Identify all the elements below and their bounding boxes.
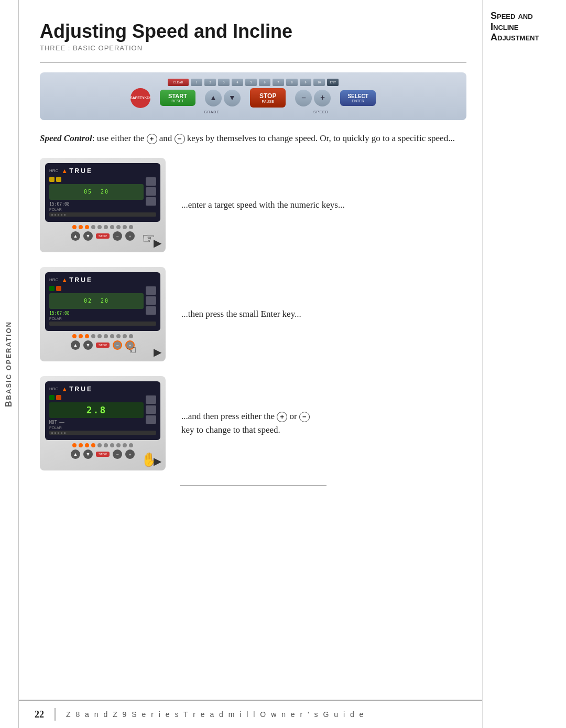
brand-label-3: ▲TRUE [61, 386, 93, 393]
stop-button: STOP PAUSE [250, 88, 286, 108]
device-display-1: 05 20 [49, 184, 144, 200]
device-panel-1: HRC ▲TRUE [45, 163, 160, 222]
step3-device-image: HRC ▲TRUE [40, 376, 166, 470]
footer-page-number: 22 [35, 709, 44, 720]
dev-minus-2: − [113, 340, 122, 350]
panel-buttons-row: SAFETY KEY START RESET ▲ ▼ STOP PAU [130, 88, 376, 108]
corner-arrow-3: ▶ [154, 455, 161, 467]
down-arrow-button: ▼ [224, 90, 241, 106]
device-controls-2: ▲ ▼ STOP − + [45, 340, 160, 350]
corner-arrow-2: ▶ [154, 346, 161, 358]
speed-buttons: − + [295, 90, 331, 106]
panel-key-4: 4 [232, 79, 243, 86]
step2-device-image: HRC ▲TRUE [40, 267, 166, 361]
right-sidebar: Speed and Incline Adjustment [482, 0, 566, 728]
panel-labels: GRADE SPEED [178, 110, 329, 114]
sidebar-label: BBasic Operation [4, 321, 14, 407]
panel-top-keys: CLEAR 1 2 3 4 5 6 7 8 9 10 ENT [168, 79, 339, 86]
page-title: Adjusting Speed and Incline [40, 21, 466, 42]
panel-key-2: 2 [204, 79, 216, 86]
subtitle: THREE : BASIC OPERATION [40, 44, 466, 52]
start-button: START RESET [160, 90, 195, 106]
dev-down-3: ▼ [83, 449, 93, 459]
speed-control-label: Speed Control [40, 133, 92, 143]
step1-row: ...enter a target speed with the numeric… [40, 158, 466, 252]
panel-key-9: 9 [300, 79, 311, 86]
dev-stop-1: STOP [96, 233, 110, 239]
hand-pointer-2: ☞ [126, 344, 137, 357]
brand-label-1: ▲TRUE [61, 167, 93, 175]
step1-device-image: HRC ▲TRUE [40, 158, 166, 252]
hrc-label-1: HRC [49, 168, 58, 173]
panel-key-8: 8 [286, 79, 298, 86]
dev-stop-2: STOP [96, 342, 110, 348]
panel-clear-key: CLEAR [168, 79, 189, 86]
sidebar: BBasic Operation [0, 0, 19, 728]
minus-button: − [295, 90, 312, 106]
minus-key-symbol: − [175, 134, 185, 144]
center-divider [180, 485, 326, 486]
device-panel-2: HRC ▲TRUE [45, 272, 160, 331]
page-footer: 22 Z 8 a n d Z 9 S e r i e s T r e a d m… [19, 700, 482, 728]
safety-key-button: SAFETY KEY [130, 88, 150, 108]
step2-row: HRC ▲TRUE [40, 267, 466, 361]
dev-stop-3: STOP [96, 452, 110, 457]
arrow-buttons: ▲ ▼ [205, 90, 241, 106]
panel-key-6: 6 [259, 79, 270, 86]
speed-control-description: Speed Control: use either the + and − ke… [40, 132, 466, 145]
step3-text: ...and then press either the + or − key … [181, 410, 466, 437]
plus-key-symbol: + [147, 134, 157, 144]
up-arrow-button: ▲ [205, 90, 222, 106]
panel-key-7: 7 [273, 79, 284, 86]
panel-key-5: 5 [245, 79, 257, 86]
dev-up-2: ▲ [71, 340, 80, 350]
device-dots-2 [45, 334, 160, 338]
dev-minus-3: − [113, 449, 122, 459]
dev-minus-1: − [113, 231, 122, 241]
hrc-label-2: HRC [49, 277, 58, 282]
dev-plus-3: + [125, 449, 135, 459]
panel-enter-key: ENT [327, 79, 339, 86]
control-panel-image: CLEAR 1 2 3 4 5 6 7 8 9 10 ENT SAFETY KE… [40, 72, 466, 120]
panel-key-10: 10 [313, 79, 325, 86]
dev-plus-1: + [125, 231, 135, 241]
title-divider [40, 62, 466, 63]
panel-key-1: 1 [191, 79, 202, 86]
step1-text: ...enter a target speed with the numeric… [181, 198, 466, 212]
corner-arrow-1: ▶ [154, 237, 161, 249]
step3-plus-symbol: + [277, 412, 287, 422]
footer-divider [55, 708, 56, 721]
dev-up-1: ▲ [71, 231, 80, 241]
dev-up-3: ▲ [71, 449, 80, 459]
plus-button: + [314, 90, 331, 106]
step3-row: ...and then press either the + or − key … [40, 376, 466, 470]
dev-down-2: ▼ [83, 340, 93, 350]
device-dots-1 [45, 225, 160, 229]
brand-label-2: ▲TRUE [61, 276, 93, 284]
page-container: BBasic Operation Adjusting Speed and Inc… [0, 0, 566, 728]
sidebar-heading: Speed and Incline Adjustment [491, 10, 558, 43]
main-content: Adjusting Speed and Incline THREE : BASI… [19, 0, 482, 728]
device-panel-3: HRC ▲TRUE [45, 381, 160, 440]
device-dots-3 [45, 443, 160, 447]
device-display-3: 2.8 [49, 402, 144, 418]
step3-minus-symbol: − [299, 412, 310, 422]
device-display-2: 02 20 [49, 293, 144, 309]
footer-guide-title: Z 8 a n d Z 9 S e r i e s T r e a d m i … [66, 710, 365, 719]
dev-down-1: ▼ [83, 231, 93, 241]
step2-text: ...then press the small Enter key... [181, 307, 466, 321]
select-button: SELECT ENTER [340, 90, 375, 106]
panel-key-3: 3 [218, 79, 230, 86]
hrc-label-3: HRC [49, 387, 58, 391]
